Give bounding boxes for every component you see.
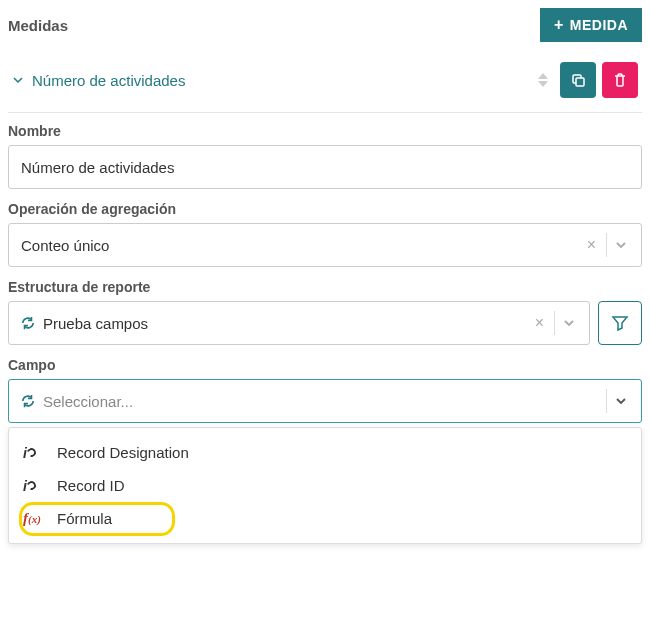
sort-up-icon[interactable] <box>536 72 550 80</box>
record-icon: i <box>23 445 49 461</box>
duplicate-button[interactable] <box>560 62 596 98</box>
option-record-designation[interactable]: i Record Designation <box>9 436 641 469</box>
record-icon: i <box>23 478 49 494</box>
plus-icon: + <box>554 17 564 33</box>
divider <box>606 389 607 413</box>
option-label: Record Designation <box>57 444 189 461</box>
sort-down-icon[interactable] <box>536 80 550 88</box>
structure-clear-icon[interactable]: × <box>527 314 552 332</box>
chevron-down-icon <box>563 317 575 329</box>
campo-placeholder: Seleccionar... <box>21 393 604 410</box>
structure-select[interactable]: Prueba campos × <box>8 301 590 345</box>
aggregation-caret[interactable] <box>609 239 633 251</box>
name-label: Nombre <box>8 123 642 139</box>
campo-dropdown: i Record Designation i Record ID f(x) Fó… <box>8 427 642 544</box>
filter-icon <box>611 314 629 332</box>
section-title: Medidas <box>8 17 68 34</box>
campo-select[interactable]: Seleccionar... <box>8 379 642 423</box>
add-measure-label: MEDIDA <box>570 17 628 33</box>
structure-value: Prueba campos <box>21 315 527 332</box>
collapsible-title: Número de actividades <box>32 72 185 89</box>
structure-caret[interactable] <box>557 317 581 329</box>
svg-rect-1 <box>576 78 584 86</box>
name-input[interactable] <box>8 145 642 189</box>
delete-button[interactable] <box>602 62 638 98</box>
aggregation-clear-icon[interactable]: × <box>579 236 604 254</box>
chevron-down-icon <box>615 239 627 251</box>
option-label: Fórmula <box>57 510 112 527</box>
sort-arrows <box>536 72 550 88</box>
campo-caret[interactable] <box>609 395 633 407</box>
filter-button[interactable] <box>598 301 642 345</box>
trash-icon <box>612 72 628 88</box>
aggregation-value: Conteo único <box>21 237 579 254</box>
structure-value-text: Prueba campos <box>43 315 148 332</box>
chevron-down-icon <box>615 395 627 407</box>
add-measure-button[interactable]: + MEDIDA <box>540 8 642 42</box>
option-record-id[interactable]: i Record ID <box>9 469 641 502</box>
fx-icon: f(x) <box>23 510 49 527</box>
option-formula[interactable]: f(x) Fórmula <box>9 502 641 535</box>
campo-placeholder-text: Seleccionar... <box>43 393 133 410</box>
aggregation-label: Operación de agregación <box>8 201 642 217</box>
refresh-icon <box>21 316 35 330</box>
refresh-icon <box>21 394 35 408</box>
divider <box>554 311 555 335</box>
aggregation-select[interactable]: Conteo único × <box>8 223 642 267</box>
duplicate-icon <box>570 72 586 88</box>
structure-label: Estructura de reporte <box>8 279 642 295</box>
divider <box>606 233 607 257</box>
collapsible-toggle[interactable]: Número de actividades <box>12 72 185 89</box>
campo-label: Campo <box>8 357 642 373</box>
chevron-down-icon <box>12 74 24 86</box>
option-label: Record ID <box>57 477 125 494</box>
